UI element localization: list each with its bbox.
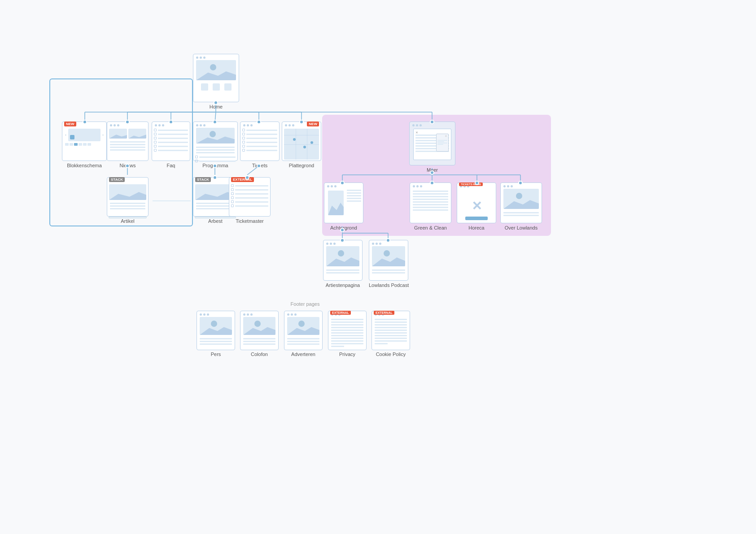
- conn-meer-bottom: [430, 170, 434, 175]
- conn-nieuws-bottom: [125, 164, 130, 168]
- label-privacy: Privacy: [328, 352, 367, 357]
- node-privacy[interactable]: EXTERNAL: [328, 311, 367, 350]
- badge-stack-artikel: STACK: [109, 177, 125, 182]
- conn-programma-bottom: [213, 164, 217, 168]
- label-artikel: Artikel: [107, 218, 149, 224]
- conn-lowlands-podcast-top: [386, 238, 390, 243]
- badge-ts-horeca: TICKETS NL/BE: [459, 182, 483, 186]
- node-pers[interactable]: [197, 311, 235, 350]
- conn-horeca-top: [475, 181, 479, 185]
- conn-ticketmaster-top: [245, 175, 249, 180]
- badge-ext-privacy: EXTERNAL: [330, 311, 351, 315]
- badge-stack-arbest: STACK: [195, 177, 211, 182]
- label-blokkenschema: Blokkenschema: [62, 163, 107, 168]
- conn-tickets-top: [257, 120, 261, 124]
- node-artikel[interactable]: STACK: [107, 177, 149, 217]
- label-lowlands-podcast: Lowlands Podcast: [369, 282, 408, 288]
- label-colofon: Colofon: [240, 352, 279, 357]
- card-grid: [109, 129, 146, 139]
- sitemap-canvas: Home NEW ‹ › Blokkenschema: [0, 0, 756, 534]
- badge-ext-ticketmaster: EXTERNAL: [231, 177, 254, 182]
- conn-green-clean-top: [430, 181, 434, 185]
- node-cookie-policy[interactable]: EXTERNAL: [371, 311, 410, 350]
- node-plattegrond[interactable]: NEW: [282, 122, 321, 161]
- node-over-lowlands[interactable]: [500, 182, 542, 223]
- node-tickets[interactable]: [240, 122, 280, 161]
- conn-tickets-bottom: [257, 164, 261, 168]
- node-blokkenschema[interactable]: NEW ‹ ›: [62, 122, 107, 161]
- conn-achtergrond-top: [340, 181, 345, 185]
- conn-meer-top: [430, 120, 434, 124]
- node-lowlands-podcast[interactable]: [369, 240, 408, 281]
- conn-home-bottom: [214, 100, 218, 105]
- conn-plattegrond-top: [299, 120, 304, 124]
- badge-new-blokkenschema: NEW: [64, 122, 76, 126]
- node-colofon[interactable]: [240, 311, 279, 350]
- node-faq[interactable]: [152, 122, 190, 161]
- card-nav: [193, 82, 239, 92]
- conn-over-lowlands-top: [518, 181, 523, 185]
- node-horeca[interactable]: TICKETS NL/BE ✕: [457, 182, 496, 223]
- label-cookie-policy: Cookie Policy: [371, 352, 410, 357]
- badge-ext-cookie: EXTERNAL: [374, 311, 394, 315]
- label-plattegrond: Plattegrond: [282, 163, 321, 168]
- conn-programma-top: [213, 120, 217, 124]
- badge-new-plattegrond: NEW: [307, 122, 319, 126]
- label-ticketmaster: Ticketmaster: [229, 218, 271, 224]
- node-achtergrond[interactable]: [324, 182, 363, 223]
- label-faq: Faq: [152, 163, 190, 168]
- node-home[interactable]: [193, 54, 239, 102]
- conn-artiestenpagina-top: [340, 238, 345, 243]
- conn-faq-top: [169, 120, 173, 124]
- node-ticketmaster[interactable]: EXTERNAL: [229, 177, 271, 217]
- node-green-clean[interactable]: [410, 182, 451, 223]
- node-nieuws[interactable]: [107, 122, 149, 161]
- conn-achtergrond-bottom: [340, 228, 345, 232]
- footer-section-label: Footer pages: [260, 301, 350, 307]
- conn-blokkenschema-top: [83, 120, 87, 124]
- conn-arbest-top: [213, 175, 217, 180]
- node-artiestenpagina[interactable]: [323, 240, 363, 281]
- card-image: [196, 60, 236, 80]
- label-over-lowlands: Over Lowlands: [500, 225, 542, 230]
- conn-nieuws-top: [125, 120, 130, 124]
- card-dots: [193, 54, 239, 60]
- label-adverteren: Adverteren: [284, 352, 323, 357]
- node-meer[interactable]: ✕ ✕: [409, 122, 455, 165]
- label-green-clean: Green & Clean: [410, 225, 451, 230]
- label-pers: Pers: [197, 352, 235, 357]
- label-horeca: Horeca: [457, 225, 496, 230]
- node-programma[interactable]: [193, 122, 238, 161]
- node-adverteren[interactable]: [284, 311, 323, 350]
- label-artiestenpagina: Artiestenpagina: [323, 282, 363, 288]
